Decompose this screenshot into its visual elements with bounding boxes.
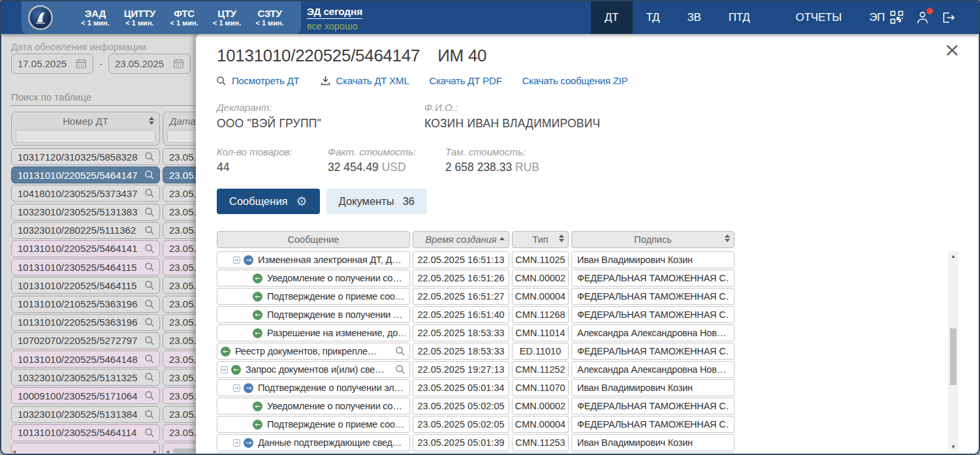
table-search-input[interactable]	[11, 89, 196, 106]
declaration-number-cell[interactable]: 10131010/220525/5464148	[11, 351, 160, 368]
message-row: ←Разрешение на изменение, до…22.05.2025 …	[217, 324, 735, 341]
magnifier-icon[interactable]	[144, 390, 155, 401]
magnifier-icon[interactable]	[144, 336, 155, 346]
nav-tab-ПТД[interactable]: ПТД	[715, 1, 764, 34]
magnifier-icon[interactable]	[144, 299, 155, 309]
nav-tab-ТД[interactable]: ТД	[633, 1, 674, 34]
date-to-input[interactable]: 23.05.2025	[108, 54, 191, 74]
magnifier-icon[interactable]	[395, 364, 405, 375]
magnifier-icon[interactable]	[216, 76, 227, 86]
msg-column-header[interactable]: Сообщение	[217, 231, 410, 248]
nav-tab-ДТ[interactable]: ДТ	[591, 1, 633, 34]
declaration-number-cell[interactable]: 10131010/220525/5464141	[11, 240, 160, 257]
declaration-number-cell[interactable]: 10131010/220525/5363196	[11, 314, 160, 331]
message-cell[interactable]: →Данные подтверждающие свед…	[217, 434, 410, 451]
magnifier-icon[interactable]	[395, 346, 405, 356]
nav-status-item[interactable]: ЦИТТУ< 1 мин.	[124, 8, 155, 27]
sort-icon[interactable]	[725, 234, 730, 242]
magnifier-icon[interactable]	[144, 151, 155, 162]
message-cell[interactable]: ←Подтверждение в получении …	[217, 306, 410, 323]
declaration-number-cell[interactable]: 10009100/230525/5171064	[11, 387, 160, 404]
view-dt-link[interactable]: Посмотреть ДТ	[216, 75, 300, 86]
gear-icon[interactable]: ⚙	[296, 195, 308, 208]
sort-icon[interactable]	[499, 237, 505, 240]
download-dt-xml-link[interactable]: Скачать ДТ XML	[320, 75, 409, 86]
magnifier-icon[interactable]	[144, 170, 155, 180]
date-from-value: 17.05.2025	[18, 58, 76, 69]
declaration-number-cell[interactable]: 10317120/310325/5858328	[11, 148, 160, 165]
user-icon[interactable]	[915, 10, 930, 25]
message-cell[interactable]: ←Подтверждение о приеме соо…	[217, 288, 410, 305]
nav-status-item[interactable]: ЦТУ< 1 мин.	[213, 8, 241, 27]
dt-number-filter-input[interactable]	[16, 130, 155, 143]
declaration-number-cell[interactable]: 10131010/220525/5464147	[11, 166, 160, 183]
magnifier-icon[interactable]	[144, 262, 155, 272]
nav-status-item[interactable]: СЗТУ< 1 мин.	[255, 8, 283, 27]
scrollbar-thumb[interactable]	[950, 328, 956, 385]
download-messages-zip-link[interactable]: Скачать сообщения ZIP	[522, 75, 628, 86]
magnifier-icon[interactable]	[144, 428, 155, 438]
declaration-number-cell[interactable]: 10702070/220525/5272797	[11, 332, 160, 349]
magnifier-icon[interactable]	[144, 243, 155, 254]
message-cell[interactable]: →Подтверждение о получении эл…	[217, 379, 410, 396]
scroll-up-icon[interactable]: ▴	[948, 253, 958, 259]
magnifier-icon[interactable]	[144, 188, 155, 198]
magnifier-icon[interactable]	[144, 207, 155, 217]
close-icon[interactable]: ×	[944, 41, 960, 59]
msg-column-header[interactable]: Время создания	[413, 231, 509, 248]
tab-messages[interactable]: Сообщения ⚙	[217, 189, 320, 214]
sort-icon[interactable]	[149, 117, 154, 125]
message-cell[interactable]: ←Разрешение на изменение, до…	[217, 324, 410, 341]
scroll-right-icon[interactable]: ▸	[153, 448, 157, 455]
message-cell[interactable]	[217, 452, 410, 454]
stat-item: Там. стоимость:2 658 238.33 RUB	[445, 146, 556, 174]
tab-documents[interactable]: Документы 36	[326, 189, 427, 214]
msg-column-header[interactable]: Подпись	[571, 231, 735, 248]
declaration-number-cell[interactable]: 10323010/230525/5131325	[11, 369, 160, 386]
calendar-icon[interactable]	[173, 58, 184, 69]
nav-tab-ЗВ[interactable]: ЗВ	[673, 1, 714, 34]
magnifier-icon[interactable]	[144, 225, 155, 236]
scroll-left-icon[interactable]: ◂	[12, 448, 16, 455]
msg-column-header[interactable]: Тип	[512, 231, 569, 248]
messages-scrollbar[interactable]: ▴ ▾	[948, 251, 958, 451]
sort-icon[interactable]	[559, 234, 564, 242]
magnifier-icon[interactable]	[144, 372, 155, 383]
collapse-icon[interactable]	[233, 439, 240, 447]
download-dt-pdf-link[interactable]: Скачать ДТ PDF	[430, 75, 502, 86]
nav-status-item[interactable]: ЭАД< 1 мин.	[81, 8, 109, 27]
declaration-number-cell[interactable]: 10131010/210525/5363196	[11, 296, 160, 313]
declaration-number-cell[interactable]: 10323010/280225/5111362	[11, 222, 160, 239]
scroll-left-icon[interactable]: ◂	[166, 448, 169, 455]
collapse-icon[interactable]	[221, 366, 228, 373]
message-cell[interactable]: ←Подтверждение о приеме соо…	[217, 416, 410, 433]
date-from-input[interactable]: 17.05.2025	[11, 54, 93, 74]
magnifier-icon[interactable]	[144, 317, 155, 328]
nav-tab-ОТЧЕТЫ[interactable]: ОТЧЕТЫ	[782, 1, 856, 34]
nav-status-item[interactable]: ФТС< 1 мин.	[170, 8, 198, 27]
message-cell[interactable]: →Измененная электронная ДТ, Д…	[217, 251, 410, 268]
declaration-number-cell[interactable]: 10131010/220525/5464115	[11, 277, 160, 294]
magnifier-icon[interactable]	[144, 409, 155, 420]
declaration-number-cell[interactable]: 10131010/230525/5464114	[11, 424, 160, 441]
magnifier-icon[interactable]	[144, 354, 155, 364]
scroll-down-icon[interactable]: ▾	[948, 443, 958, 450]
qr-scan-icon[interactable]	[890, 10, 904, 25]
message-cell[interactable]: ←Уведомление о получении со…	[217, 270, 410, 287]
message-cell[interactable]: ←Уведомление о получении со…	[217, 398, 410, 415]
column-header-dt-number[interactable]: Номер ДТ	[11, 112, 160, 146]
message-cell[interactable]: ←Запрос документов и(или) све…	[217, 361, 410, 378]
message-cell[interactable]: ←Реестр документов, прикрепле…	[217, 343, 410, 360]
collapse-icon[interactable]	[233, 384, 240, 392]
declaration-number-cell[interactable]: 10418010/230525/5373437	[11, 185, 160, 202]
declaration-number-cell[interactable]: 10131010/230525/5464115	[11, 259, 160, 275]
declaration-number-text: 10323010/230525/5131384	[18, 409, 144, 420]
collapse-icon[interactable]	[233, 257, 240, 264]
declaration-number-cell[interactable]: 10323010/230525/5131383	[11, 204, 160, 221]
logout-icon[interactable]	[941, 10, 955, 25]
declaration-number-cell[interactable]: 10323010/230525/5131384	[11, 406, 160, 423]
magnifier-icon[interactable]	[144, 280, 155, 290]
ed-today-link[interactable]: ЭД сегодня	[307, 6, 362, 19]
calendar-icon[interactable]	[76, 58, 87, 69]
nav-icons	[890, 1, 955, 34]
